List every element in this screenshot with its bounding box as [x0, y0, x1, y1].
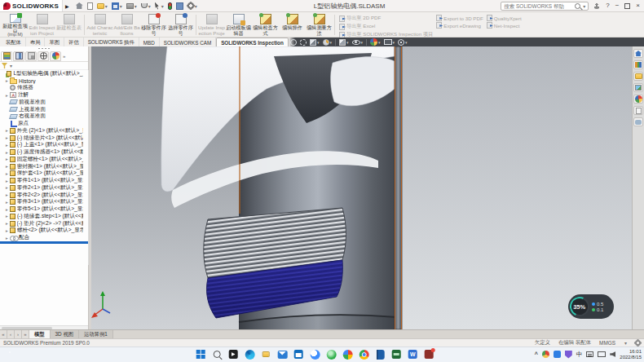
ribbon-button-edit-inspection-method[interactable]: 编辑检查方式: [252, 13, 279, 37]
tab-solidworks-inspection[interactable]: SOLIDWORKS Inspection: [216, 38, 289, 46]
tree-item[interactable]: L型铝轴热电偶 (默认<默认>_显示状态-1: [0, 70, 83, 77]
search-box[interactable]: ▾: [501, 2, 589, 11]
view-orientation-button[interactable]: ▾: [323, 39, 333, 46]
graphics-viewport[interactable]: 35% 0.50.1: [91, 46, 632, 329]
doc-tab-nav-button[interactable]: ‹: [7, 330, 15, 338]
save-button[interactable]: ▾: [111, 2, 123, 11]
tp-palette-tab[interactable]: [633, 83, 643, 92]
tree-item[interactable]: ▸螺栓<2> (默认<<默认>_显示状态: [0, 227, 83, 235]
configurationmanager-tab[interactable]: [25, 51, 37, 61]
expand-arrow-icon[interactable]: ▸: [4, 179, 10, 183]
expand-arrow-icon[interactable]: ▸: [4, 192, 10, 197]
tray-shield-icon[interactable]: [565, 351, 572, 359]
expand-arrow-icon[interactable]: ▸: [4, 78, 10, 83]
tree-item[interactable]: ▸零件3<1> (默认<<默认>_显示状态: [0, 199, 83, 206]
ribbon-button-edit-measure-method[interactable]: 编辑测量方法: [306, 13, 333, 37]
tray-kbd-icon[interactable]: [586, 351, 593, 357]
hide-show-button[interactable]: ▾: [352, 40, 364, 45]
tree-item[interactable]: 上视基准面: [0, 106, 83, 113]
close-button[interactable]: ×: [636, 2, 640, 9]
search-icon[interactable]: [575, 3, 580, 9]
ribbon-button-remove-balloons[interactable]: 移除零件序号: [140, 13, 167, 37]
minimize-button[interactable]: −: [615, 2, 620, 9]
featuremanager-tab[interactable]: [1, 51, 12, 61]
open-document-button[interactable]: ▾: [96, 2, 108, 10]
tree-item[interactable]: ▸零件2<1> (默认<<默认>_显示状态: [0, 184, 83, 192]
section-view-button[interactable]: ▾: [310, 39, 320, 46]
undo-button[interactable]: ▾: [140, 2, 152, 10]
tp-forum-tab[interactable]: [633, 117, 643, 126]
tree-item[interactable]: ▸密封圈<1> (默认<<默认>_显示状态: [0, 163, 83, 170]
new-document-button[interactable]: [86, 2, 94, 11]
tp-appearance-tab[interactable]: [633, 95, 643, 104]
propertymanager-tab[interactable]: [13, 51, 24, 61]
login-user-icon[interactable]: [593, 2, 600, 9]
tab-mbd[interactable]: MBD: [139, 38, 160, 46]
taskbar-bing-button[interactable]: [310, 349, 320, 360]
tree-item[interactable]: 前视基准面: [0, 99, 83, 106]
options-button[interactable]: ▾: [187, 2, 198, 10]
expand-arrow-icon[interactable]: ▸: [4, 143, 10, 148]
ribbon-button-select-balloons[interactable]: 选择零件序号: [167, 13, 194, 37]
search-caret-icon[interactable]: ▾: [583, 3, 585, 9]
tab-装配体[interactable]: 装配体: [2, 38, 26, 46]
clock[interactable]: 16:012022/8/15: [620, 349, 642, 360]
tree-item[interactable]: ▸(-) 绝缘套.step<1> (默认<<默认>_: [0, 213, 83, 220]
ribbon-button-launch-template-editor[interactable]: 启动模板编辑器: [225, 13, 252, 37]
taskbar-media-button[interactable]: [228, 349, 239, 360]
units-caret-icon[interactable]: ▾: [624, 340, 627, 346]
tray-expand-chevron[interactable]: ^: [535, 351, 538, 357]
solidworks-logo[interactable]: SOLIDWORKS: [0, 0, 63, 11]
tree-item[interactable]: ▸零件1<1> (默认<<默认>_显示状态: [0, 177, 83, 184]
tree-item[interactable]: ▸外壳 (2)<1> (默认<<默认>_显示状态: [0, 127, 83, 135]
filter-caret-icon[interactable]: ▾: [10, 63, 12, 68]
filter-icon[interactable]: [2, 63, 7, 68]
tree-item[interactable]: 原点: [0, 120, 83, 127]
expand-arrow-icon[interactable]: ▸: [4, 164, 10, 169]
tree-item[interactable]: 传感器: [0, 85, 83, 92]
dimxpertmanager-tab[interactable]: [37, 51, 49, 61]
taskbar-green-button[interactable]: [326, 349, 337, 360]
status-options-gear-icon[interactable]: [635, 340, 641, 346]
ribbon-button-edit-operation[interactable]: 编辑操作: [279, 13, 306, 37]
zoom-area-button[interactable]: [300, 39, 307, 46]
tray-driver-icon[interactable]: [542, 351, 549, 358]
doc-tab-nav-button[interactable]: ›: [15, 330, 22, 338]
tree-item[interactable]: ▸(-) 绝缘垫片<1> (默认<<默认>_显示: [0, 135, 83, 142]
tree-item[interactable]: 右视基准面: [0, 113, 83, 121]
tree-item[interactable]: ▸History: [0, 77, 83, 85]
tp-props-tab[interactable]: [633, 106, 643, 115]
taskbar-store-button[interactable]: [293, 349, 304, 360]
tree-item[interactable]: ▸保护套<1> (默认<<默认>_显示状态: [0, 170, 83, 178]
help-button[interactable]: ?: [606, 2, 609, 9]
expand-arrow-icon[interactable]: ▸: [4, 185, 10, 190]
displaymanager-tab[interactable]: [50, 51, 61, 61]
expand-arrow-icon[interactable]: ▸: [4, 150, 10, 155]
display-settings-button[interactable]: [175, 2, 184, 11]
home-button[interactable]: [75, 2, 84, 10]
expand-arrow-icon[interactable]: ▸: [4, 236, 10, 241]
expand-arrow-icon[interactable]: ▸: [4, 200, 10, 205]
tab-solidworks-插件[interactable]: SOLIDWORKS 插件: [84, 38, 139, 46]
tab-布局[interactable]: 布局: [26, 38, 46, 46]
doc-tab-3[interactable]: 运动算例1: [79, 330, 113, 338]
doc-tab-2[interactable]: 3D 视图: [51, 330, 79, 338]
doc-tab-nav-button[interactable]: »: [22, 330, 29, 338]
zoom-fit-button[interactable]: [290, 39, 297, 46]
expand-arrow-icon[interactable]: ▸: [4, 221, 10, 226]
tree-item[interactable]: ▸注解: [0, 91, 83, 99]
tab-草图[interactable]: 草图: [45, 38, 64, 46]
taskbar-search-button[interactable]: [212, 349, 223, 360]
tree-item[interactable]: ▸(-) 温度传感器<1> (默认<<默认>_显: [0, 148, 83, 156]
print-button[interactable]: ▾: [126, 2, 138, 10]
expand-arrow-icon[interactable]: ▸: [4, 171, 10, 176]
tree-item[interactable]: ▸零件5<1> (默认<<默认>_显示状态: [0, 205, 83, 213]
expand-arrow-icon[interactable]: ▸: [4, 157, 10, 161]
taskbar-chrome-button[interactable]: [359, 349, 369, 360]
tab-solidworks-cam[interactable]: SOLIDWORKS CAM: [160, 38, 216, 46]
expand-arrow-icon[interactable]: ▸: [4, 135, 10, 140]
taskbar-wheel-button[interactable]: [342, 349, 353, 360]
edit-appearance-button[interactable]: ▾: [370, 38, 381, 46]
expand-arrow-icon[interactable]: ▸: [4, 93, 10, 98]
taskbar-edge-button[interactable]: [245, 349, 255, 360]
